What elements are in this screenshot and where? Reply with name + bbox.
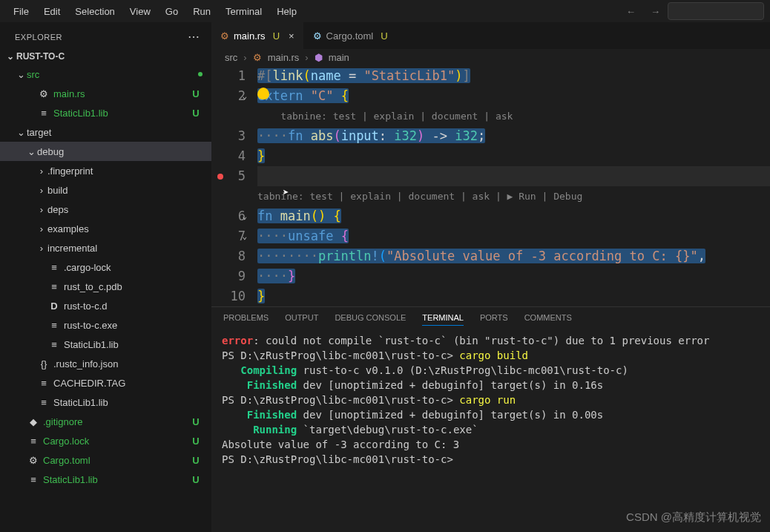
file-icon: ⚙: [27, 455, 40, 466]
tree-item-label: Cargo.lock: [43, 436, 189, 447]
fold-icon[interactable]: ⌄: [242, 206, 247, 226]
tree-item-label: .rustc_info.json: [53, 358, 189, 370]
rust-icon: ⚙: [253, 52, 262, 63]
menu-terminal[interactable]: Terminal: [218, 3, 269, 20]
tree-item[interactable]: ◆.gitignoreU: [0, 412, 211, 431]
tree-item[interactable]: ›examples: [0, 219, 211, 238]
project-name: RUST-TO-C: [16, 51, 65, 62]
git-status-badge: U: [273, 30, 280, 42]
tree-item[interactable]: ⚙main.rsU: [0, 84, 211, 103]
chevron-icon: ›: [36, 204, 47, 215]
error-marker-icon[interactable]: [217, 174, 223, 180]
tree-item[interactable]: ≡Cargo.lockU: [0, 431, 211, 450]
fold-icon[interactable]: ⌄: [242, 86, 247, 106]
git-status-badge: U: [381, 30, 387, 42]
tree-item-label: StaticLib1.lib: [53, 397, 189, 408]
git-status-badge: U: [189, 474, 203, 485]
panel-tab[interactable]: DEBUG CONSOLE: [335, 313, 406, 326]
tree-item-label: StaticLib1.lib: [43, 474, 189, 485]
menu-file[interactable]: File: [6, 3, 36, 20]
terminal-output[interactable]: error: could not compile `rust-to-c` (bi…: [211, 329, 770, 477]
file-icon: D: [47, 301, 61, 312]
panel-tab[interactable]: PORTS: [480, 313, 508, 326]
menu-go[interactable]: Go: [158, 3, 185, 20]
breadcrumb[interactable]: src › ⚙ main.rs › ⬢ main: [211, 49, 770, 66]
tree-item[interactable]: ⌄src: [0, 65, 211, 84]
menu-run[interactable]: Run: [185, 3, 218, 20]
line-gutter: 1 2⌄ 3 4 5 6⌄ 7⌄ 8 9 10: [211, 66, 257, 306]
tree-item[interactable]: ›.fingerprint: [0, 161, 211, 180]
chevron-icon: ⌄: [25, 146, 37, 157]
file-icon: ≡: [37, 108, 50, 119]
command-center-input[interactable]: [668, 2, 764, 20]
tree-item[interactable]: ›deps: [0, 200, 211, 219]
file-icon: ≡: [47, 339, 61, 350]
panel-tab[interactable]: PROBLEMS: [223, 313, 269, 326]
file-icon: ≡: [37, 378, 50, 389]
chevron-icon: ⌄: [15, 69, 27, 80]
panel-tab[interactable]: OUTPUT: [285, 313, 318, 326]
menu-edit[interactable]: Edit: [36, 3, 68, 20]
git-status-badge: U: [189, 455, 203, 466]
editor-tab[interactable]: ⚙main.rsU×: [211, 22, 304, 49]
file-tree: ⌄src⚙main.rsU≡StaticLib1.libU⌄target⌄deb…: [0, 65, 211, 532]
menu-help[interactable]: Help: [269, 3, 304, 20]
editor-tab[interactable]: ⚙Cargo.tomlU: [304, 22, 398, 49]
tree-item[interactable]: ≡CACHEDIR.TAG: [0, 373, 211, 393]
breadcrumb-part[interactable]: main.rs: [268, 52, 300, 63]
tree-item[interactable]: ⌄target: [0, 122, 211, 142]
lightbulb-icon[interactable]: [257, 88, 269, 99]
git-status-badge: [198, 72, 203, 76]
tree-item[interactable]: {}.rustc_info.json: [0, 354, 211, 373]
tree-item-label: main.rs: [53, 88, 189, 99]
tree-item[interactable]: ≡StaticLib1.libU: [0, 470, 211, 489]
codelens[interactable]: tabnine: test | explain | document | ask…: [257, 191, 582, 202]
tree-item-label: rust-to-c.d: [64, 301, 189, 312]
close-icon[interactable]: ×: [289, 30, 294, 42]
file-icon: ≡: [37, 397, 50, 408]
breadcrumb-part[interactable]: main: [329, 52, 349, 63]
codelens[interactable]: tabnine: test | explain | document | ask: [280, 111, 513, 122]
menubar: File Edit Selection View Go Run Terminal…: [0, 0, 770, 22]
panel-tab[interactable]: COMMENTS: [524, 313, 572, 326]
chevron-right-icon: ›: [243, 52, 246, 63]
chevron-down-icon: ⌄: [4, 51, 16, 62]
tree-item[interactable]: ›incremental: [0, 238, 211, 257]
tree-item-label: incremental: [47, 243, 189, 254]
tree-item[interactable]: ≡StaticLib1.lib: [0, 393, 211, 412]
tree-item[interactable]: ≡.cargo-lock: [0, 257, 211, 277]
menu-view[interactable]: View: [122, 3, 158, 20]
tree-item-label: StaticLib1.lib: [53, 108, 189, 119]
explorer-title: EXPLORER: [15, 33, 62, 42]
project-root[interactable]: ⌄ RUST-TO-C: [0, 48, 211, 65]
chevron-right-icon: ›: [305, 52, 308, 63]
tree-item[interactable]: ≡rust-to-c.exe: [0, 315, 211, 335]
tree-item[interactable]: ≡StaticLib1.lib: [0, 335, 211, 354]
file-icon: ◆: [27, 416, 40, 427]
fold-icon[interactable]: ⌄: [242, 226, 247, 246]
editor-tabs: ⚙main.rsU×⚙Cargo.tomlU: [211, 22, 770, 49]
panel-tab[interactable]: TERMINAL: [422, 313, 464, 326]
nav-forward-icon[interactable]: →: [643, 6, 668, 17]
tree-item[interactable]: ≡rust_to_c.pdb: [0, 277, 211, 296]
code-editor[interactable]: 1 2⌄ 3 4 5 6⌄ 7⌄ 8 9 10 ➤ #[link(name = …: [211, 66, 770, 306]
explorer-more-icon[interactable]: ⋯: [188, 30, 200, 44]
tree-item-label: .gitignore: [43, 416, 189, 427]
git-status-badge: U: [189, 436, 203, 447]
chevron-icon: ⌄: [15, 127, 27, 138]
tree-item[interactable]: ⚙Cargo.tomlU: [0, 450, 211, 470]
tree-item[interactable]: ≡StaticLib1.libU: [0, 103, 211, 122]
chevron-icon: ›: [36, 243, 47, 254]
tree-item-label: debug: [37, 146, 189, 157]
file-icon: ⚙: [313, 30, 322, 42]
tree-item[interactable]: ⌄debug: [0, 142, 211, 161]
tree-item[interactable]: ›build: [0, 180, 211, 200]
tree-item-label: deps: [47, 204, 189, 215]
menu-selection[interactable]: Selection: [68, 3, 122, 20]
tree-item[interactable]: Drust-to-c.d: [0, 296, 211, 315]
nav-back-icon[interactable]: ←: [619, 6, 643, 17]
file-icon: ≡: [27, 474, 40, 485]
tree-item-label: CACHEDIR.TAG: [53, 378, 189, 389]
file-icon: {}: [37, 358, 50, 370]
breadcrumb-part[interactable]: src: [225, 52, 237, 63]
